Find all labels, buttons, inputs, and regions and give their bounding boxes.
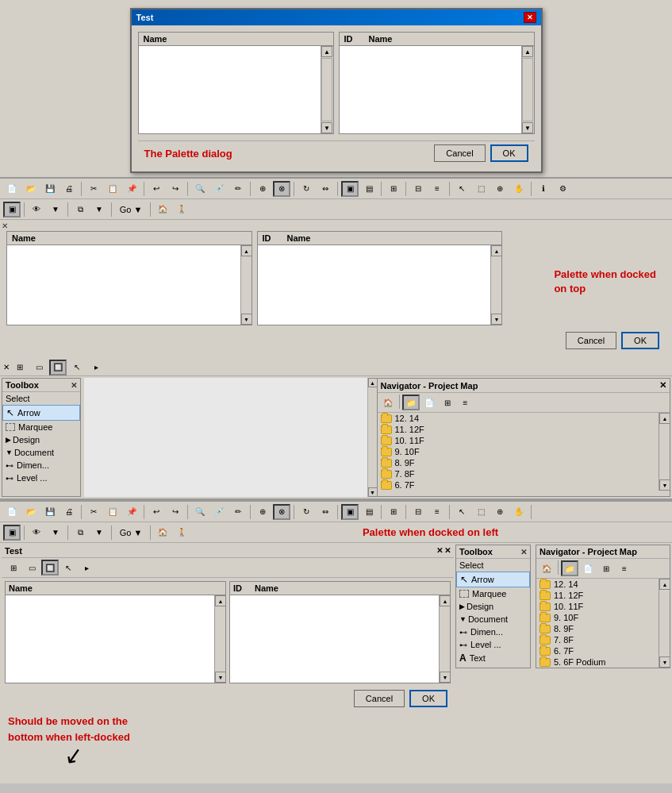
nav-doc-btn[interactable]: 📄 [420, 395, 438, 410]
copy-btn-2[interactable]: 📋 [104, 504, 121, 520]
arrange-btn[interactable]: ⊞ [385, 181, 402, 197]
left-palette-x2[interactable]: ✕ [444, 546, 451, 556]
view2-btn[interactable]: ▤ [360, 181, 378, 197]
cancel-button[interactable]: Cancel [434, 144, 485, 162]
pan-tool-2[interactable]: ✋ [510, 504, 528, 520]
nav2-scroll-down[interactable]: ▼ [659, 656, 670, 668]
panel1-scroll-down[interactable]: ▼ [241, 314, 252, 325]
toolbox-marquee-item[interactable]: Marquee [2, 421, 80, 433]
col1-scrollbar[interactable]: ▲ ▼ [321, 46, 333, 133]
select-tool[interactable]: ⬚ [472, 181, 490, 197]
nav-grid-btn-2[interactable]: ⊞ [597, 560, 615, 576]
main-canvas[interactable]: ▲ ▼ [84, 378, 377, 497]
lp-cancel-btn[interactable]: Cancel [354, 690, 405, 707]
nav2-item-9[interactable]: 9. 10F [536, 612, 659, 623]
panel2-scrollbar[interactable]: ▲ ▼ [490, 245, 501, 325]
toolbox-level-item[interactable]: ⊷ Level ... [2, 472, 80, 484]
info-btn[interactable]: ℹ [535, 181, 552, 197]
toolbox-design-item-2[interactable]: ▶ Design [456, 600, 530, 613]
nav-item-9[interactable]: 9. 10F [378, 446, 659, 457]
undo-btn-2[interactable]: ↩ [148, 504, 165, 520]
panel1-scroll-track[interactable] [241, 256, 252, 314]
flip-btn-2[interactable]: ⇔ [317, 504, 334, 520]
nav-scroll-up[interactable]: ▲ [659, 413, 670, 424]
nav-grid-btn[interactable]: ⊞ [439, 395, 456, 410]
nav-scrollbar[interactable]: ▲ ▼ [659, 413, 670, 491]
search-btn-2[interactable]: 🔍 [191, 504, 209, 520]
scrollbar-up[interactable]: ▲ [321, 46, 332, 57]
nav-item-11[interactable]: 11. 12F [378, 424, 659, 435]
toolbox-design-item[interactable]: ▶ Design [2, 433, 80, 446]
panel1-scrollbar[interactable]: ▲ ▼ [240, 245, 252, 325]
nav2-scroll-up[interactable]: ▲ [659, 579, 670, 590]
toolbox-close[interactable]: ✕ [71, 381, 77, 390]
view-btn-2[interactable]: ▣ [341, 504, 359, 520]
open-btn[interactable]: 📂 [22, 181, 40, 197]
nav2-item-7[interactable]: 7. 8F [536, 634, 659, 645]
lp-col1-scrollbar[interactable]: ▲ ▼ [214, 595, 225, 683]
toolbox-text-item[interactable]: A Text [456, 651, 530, 665]
search-btn[interactable]: 🔍 [191, 181, 209, 197]
panel2-scroll-up[interactable]: ▲ [491, 245, 502, 256]
transform-btn[interactable]: ⊕ [254, 181, 271, 197]
cut-btn-2[interactable]: ✂ [85, 504, 102, 520]
layer3-btn[interactable]: ▼ [90, 202, 108, 217]
lp-mini-1[interactable]: ⊞ [5, 560, 22, 576]
navigator-close[interactable]: ✕ [659, 380, 666, 391]
nav-list-btn[interactable]: ≡ [457, 395, 474, 410]
nav2-item-10[interactable]: 10. 11F [536, 601, 659, 612]
home-btn[interactable]: 🏠 [154, 202, 171, 217]
panel2-scroll-down[interactable]: ▼ [491, 314, 502, 325]
nav2-item-12[interactable]: 12. 14 [536, 579, 659, 590]
nav-home-btn[interactable]: 🏠 [379, 395, 397, 410]
lp-col2-scrollbar[interactable]: ▲ ▼ [439, 595, 450, 683]
nav2-item-5[interactable]: 5. 6F Podium [536, 656, 659, 668]
nav2-item-11[interactable]: 11. 12F [536, 590, 659, 601]
mini-icon-4[interactable]: ↖ [68, 360, 86, 375]
arrange-btn-2[interactable]: ⊞ [385, 504, 402, 520]
layer2-btn-2[interactable]: ⧉ [71, 525, 89, 541]
palette-close-x[interactable]: ✕ [2, 221, 8, 230]
nav-item-7[interactable]: 7. 8F [378, 468, 659, 479]
settings-btn[interactable]: ⚙ [554, 181, 571, 197]
collapse-x[interactable]: ✕ [3, 363, 10, 371]
nav2-scrollbar[interactable]: ▲ ▼ [659, 579, 670, 668]
toolbox-arrow-item[interactable]: ↖ Arrow [2, 405, 80, 421]
nav2-item-8[interactable]: 8. 9F [536, 623, 659, 634]
col2-scrollbar-up[interactable]: ▲ [522, 46, 533, 57]
nav-list-btn-2[interactable]: ≡ [616, 560, 633, 576]
panel1-scroll-up[interactable]: ▲ [241, 245, 252, 256]
layer3-btn-2[interactable]: ▼ [90, 525, 108, 541]
toolbox-document-item-2[interactable]: ▼ Document [456, 613, 530, 626]
lp-col1-scroll-up[interactable]: ▲ [215, 595, 226, 606]
nav-folder-btn[interactable]: 📁 [402, 395, 420, 410]
left-palette-minimize[interactable]: ✕ [436, 546, 443, 556]
scrollbar-track[interactable] [321, 58, 332, 121]
nav-item-8[interactable]: 8. 9F [378, 457, 659, 468]
nav-item-6[interactable]: 6. 7F [378, 479, 659, 491]
rotate-btn[interactable]: ↻ [298, 181, 315, 197]
mini-icon-3[interactable]: 🔲 [49, 360, 67, 375]
nav-item-12[interactable]: 12. 14 [378, 413, 659, 424]
dialog-close-button[interactable]: ✕ [524, 12, 536, 23]
col2-scrollbar[interactable]: ▲ ▼ [521, 46, 534, 133]
pencil-btn[interactable]: ✏ [229, 181, 247, 197]
walk-btn-2[interactable]: 🚶 [173, 525, 190, 541]
nav-home-btn-2[interactable]: 🏠 [538, 560, 555, 576]
toolbox-dimen-item-2[interactable]: ⊷ Dimen... [456, 626, 530, 638]
print-btn[interactable]: 🖨 [60, 181, 78, 197]
layer-btn[interactable]: ≡ [428, 181, 446, 197]
pan-tool[interactable]: ✋ [510, 181, 528, 197]
undo-btn[interactable]: ↩ [148, 181, 165, 197]
print-btn-2[interactable]: 🖨 [60, 504, 78, 520]
toolbox-marquee-item-2[interactable]: Marquee [456, 587, 530, 600]
eyedropper-btn-2[interactable]: 💉 [210, 504, 228, 520]
transform-active-btn[interactable]: ⊗ [273, 181, 290, 197]
transform-active-btn-2[interactable]: ⊗ [273, 504, 290, 520]
paste-btn-2[interactable]: 📌 [123, 504, 140, 520]
copy-btn[interactable]: 📋 [104, 181, 121, 197]
eye2-btn[interactable]: ▼ [47, 202, 64, 217]
zoom-tool[interactable]: ⊕ [491, 181, 509, 197]
mini-icon-2[interactable]: ▭ [30, 360, 48, 375]
save-btn-2[interactable]: 💾 [41, 504, 59, 520]
